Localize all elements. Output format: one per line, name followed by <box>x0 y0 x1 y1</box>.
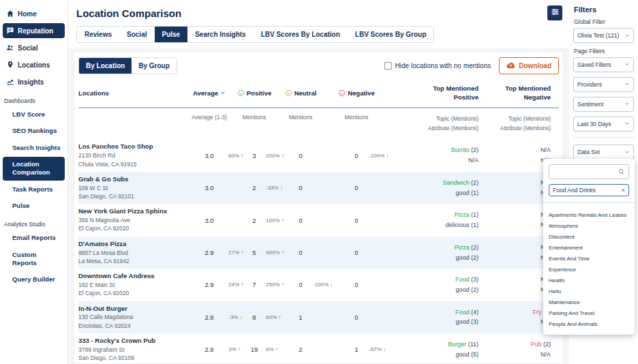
hide-locations-checkbox[interactable]: Hide locations with no mentions <box>384 62 491 70</box>
dropdown-option-health[interactable]: Health <box>549 275 629 286</box>
filter-select-sentiment[interactable]: Sentiment <box>573 97 634 112</box>
metric-change: -3% ↓ <box>224 314 247 320</box>
sidebar-item-label: Home <box>18 10 37 18</box>
metric-value: 0 <box>292 184 309 192</box>
dropdown-option-apartments-rentals-and-leases[interactable]: Apartments Rentals And Leases <box>549 209 629 220</box>
metric-value: 0 <box>348 314 365 321</box>
topic-link[interactable]: Pizza <box>454 244 469 251</box>
attribute-line: good (2) <box>400 253 478 263</box>
dropdown-search-input[interactable] <box>553 168 617 176</box>
sidebar-item-social[interactable]: Social <box>3 40 65 55</box>
sidebar-item-home[interactable]: Home <box>3 6 65 21</box>
location-city: Chula Vista, CA 91915 <box>78 160 194 168</box>
dropdown-option-people-and-animals[interactable]: People And Animals <box>549 318 629 329</box>
sidebar-item-reputation[interactable]: Reputation <box>3 23 65 38</box>
subheader-positive: Mentions <box>247 114 262 134</box>
topic-link[interactable]: Pub <box>530 341 541 348</box>
dropdown-divider <box>543 202 635 203</box>
tab-reviews[interactable]: Reviews <box>77 27 119 42</box>
sidebar-item-custom-reports[interactable]: Custom Reports <box>3 247 65 271</box>
table-row: Grab & Go Subs109 W C StSan Diego, CA 92… <box>78 172 559 204</box>
location-name: Los Panchos Taco Shop <box>78 142 194 151</box>
topic-link[interactable]: Sandwich <box>442 179 469 186</box>
metric-value: 0 <box>348 249 365 256</box>
toggle-by-location[interactable]: By Location <box>79 58 132 74</box>
metric-value: 0 <box>348 184 365 192</box>
tab-search-insights[interactable]: Search Insights <box>187 27 253 42</box>
sidebar-section-label-dashboards: Dashboards <box>0 91 67 106</box>
sidebar-item-locations[interactable]: Locations <box>3 57 65 72</box>
tab-social[interactable]: Social <box>119 27 154 42</box>
filter-select-providers[interactable]: Providers <box>573 77 634 92</box>
sidebar-item-task-reports[interactable]: Task Reports <box>3 182 65 197</box>
sidebar-item-email-reports[interactable]: Email Reports <box>3 230 65 245</box>
topic-line: Burger (11) <box>400 339 478 350</box>
metric-change: -33% ↓ <box>262 185 292 191</box>
download-button[interactable]: Download <box>499 57 559 74</box>
toggle-by-group[interactable]: By Group <box>132 58 177 74</box>
chevron-down-icon <box>624 81 630 88</box>
sidebar-item-seo-rankings[interactable]: SEO Rankings <box>3 123 65 138</box>
sidebar-item-label: Locations <box>18 61 50 69</box>
metric-value: 0 <box>292 217 309 224</box>
col-header-negative: Negative <box>348 84 365 102</box>
topic-line: Sandwich (2) <box>400 178 478 188</box>
tabs-bar: ReviewsSocialPulseSearch InsightsLBV Sco… <box>76 26 434 43</box>
col-header-neutral: Neutral <box>292 84 309 102</box>
table-row: Los Panchos Taco Shop2130 Birch RdChula … <box>78 139 559 171</box>
sidebar-item-insights[interactable]: Insights <box>3 74 65 89</box>
topic-link[interactable]: Fry <box>533 309 542 316</box>
topic-link[interactable]: Burrito <box>451 147 470 153</box>
metric-value: 0 <box>292 281 309 288</box>
metric-change: 6% ↑ <box>262 346 292 352</box>
topic-link[interactable]: Burger <box>448 341 466 348</box>
dropdown-option-atmosphere[interactable]: Atmosphere <box>549 220 629 231</box>
sidebar-item-lbv-score[interactable]: LBV Score <box>3 107 65 122</box>
sidebar: HomeReputationSocialLocationsInsights Da… <box>0 0 68 364</box>
location-address: 3786 Ingraham St <box>78 346 194 354</box>
col-header-average[interactable]: Average <box>194 84 224 102</box>
checkbox-box[interactable] <box>384 62 392 70</box>
dropdown-option-discontent[interactable]: Discontent <box>549 231 629 242</box>
topic-link[interactable]: Food <box>455 276 470 283</box>
dropdown-option-maintenance[interactable]: Maintenance <box>549 297 629 307</box>
data-set-select[interactable]: Data Set <box>573 145 634 160</box>
sidebar-item-query-builder[interactable]: Query Builder <box>3 272 65 287</box>
filter-select-last-30-days[interactable]: Last 30 Days <box>573 117 634 132</box>
dropdown-selected-chip[interactable]: Food And Drinks × <box>549 184 629 196</box>
tab-lbv-scores-by-location[interactable]: LBV Scores By Location <box>254 27 348 42</box>
search-icon[interactable] <box>618 168 625 175</box>
topic-line: Pub (2) <box>478 339 551 350</box>
topic-link[interactable]: Food <box>455 309 470 316</box>
metric-value: 0 <box>292 249 309 256</box>
sliders-icon <box>551 7 560 18</box>
dropdown-option-events-and-time[interactable]: Events And Time <box>549 253 629 264</box>
topic-line: N/A <box>478 145 551 155</box>
app-root: HomeReputationSocialLocationsInsights Da… <box>0 0 638 364</box>
dropdown-option-hello[interactable]: Hello <box>549 286 629 297</box>
topic-line: N/A <box>478 178 551 188</box>
page-filter-selects: Saved FiltersProvidersSentimentLast 30 D… <box>573 57 634 132</box>
topic-filter-dropdown: Food And Drinks × Apartments Rentals And… <box>543 159 635 335</box>
location-cell: New York Giant Pizza Sphinx356 N Magnoli… <box>78 207 194 232</box>
topic-line: Food (3) <box>400 275 478 285</box>
sidebar-item-label: Reputation <box>18 27 53 35</box>
metric-value: 0 <box>292 152 309 160</box>
topic-link[interactable]: Pizza <box>454 211 469 218</box>
sidebar-item-location-comparison[interactable]: Location Comparison <box>3 157 65 181</box>
topic-line: N/A <box>478 210 551 220</box>
filter-select-saved-filters[interactable]: Saved Filters <box>573 57 634 72</box>
remove-chip-icon[interactable]: × <box>622 187 625 194</box>
filters-toggle-button[interactable] <box>547 5 562 20</box>
location-name: New York Giant Pizza Sphinx <box>78 207 194 216</box>
global-filter-select[interactable]: Olivia Test (121) <box>573 28 634 43</box>
dropdown-option-entertainment[interactable]: Entertainment <box>549 242 629 253</box>
tab-pulse[interactable]: Pulse <box>155 27 188 42</box>
tab-lbv-scores-by-group[interactable]: LBV Scores By Group <box>348 27 434 42</box>
metric-change: 60% ↑ <box>262 314 292 320</box>
dropdown-option-parking-and-travel[interactable]: Parking And Travel <box>549 307 629 318</box>
sidebar-item-search-insights[interactable]: Search Insights <box>3 140 65 155</box>
dropdown-option-experience[interactable]: Experience <box>549 264 629 275</box>
sidebar-item-pulse[interactable]: Pulse <box>3 198 65 213</box>
attribute-line: N/A <box>400 155 478 166</box>
